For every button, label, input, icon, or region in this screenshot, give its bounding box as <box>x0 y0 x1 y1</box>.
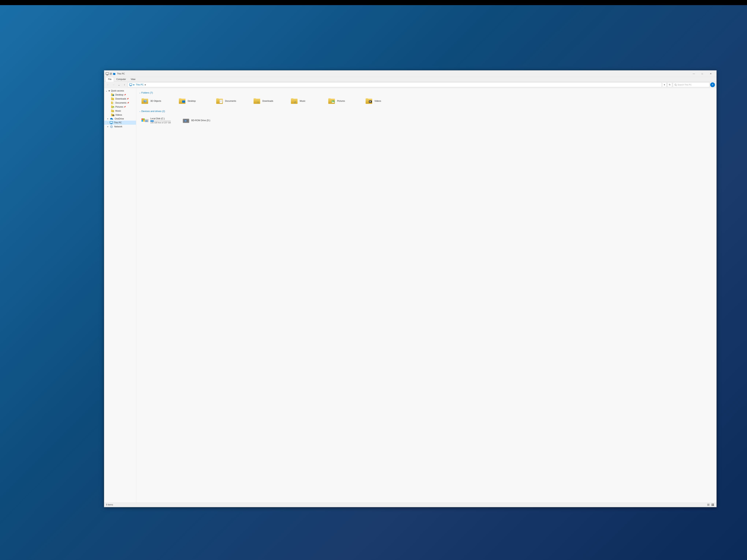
folder-music-name: Music <box>300 100 305 102</box>
folder-desktop-name: Desktop <box>188 100 196 102</box>
drives-section-header[interactable]: ⌄ Devices and drives (2) <box>139 109 714 114</box>
folder-3dobjects-name: 3D Objects <box>150 100 161 102</box>
folder-item-3dobjects[interactable]: 3D Objects <box>139 96 176 107</box>
drive-d-info: BD-ROM Drive (D:) <box>191 119 210 122</box>
sidebar-item-pictures[interactable]: Pictures 📌 <box>104 105 136 109</box>
svg-point-10 <box>675 84 676 85</box>
folder-item-downloads[interactable]: ↓ Downloads <box>251 96 288 107</box>
window-controls: — □ ✕ <box>690 71 715 77</box>
svg-rect-60 <box>145 119 149 122</box>
back-button[interactable]: ← <box>106 83 110 87</box>
folder-documents-name: Documents <box>225 100 236 102</box>
view-details-button[interactable] <box>706 503 710 507</box>
folder-videos-icon-lg <box>365 98 372 105</box>
drive-d-icon: BD <box>182 117 189 124</box>
view-tiles-button[interactable] <box>711 503 715 507</box>
folder-item-music[interactable]: ♪ Music <box>288 96 325 107</box>
sidebar-item-onedrive[interactable]: ► OneDrive <box>104 117 136 121</box>
search-box[interactable]: Search This PC <box>673 82 710 87</box>
sidebar-item-downloads[interactable]: ↓ Downloads 📌 <box>104 97 136 101</box>
tab-view[interactable]: View <box>128 77 138 81</box>
sidebar-item-music[interactable]: ♪ Music <box>104 109 136 113</box>
maximize-button[interactable]: □ <box>698 71 706 77</box>
folders-chevron-icon: ⌄ <box>139 92 140 94</box>
drive-d-svg: BD <box>182 117 190 124</box>
refresh-button[interactable]: ↻ <box>667 82 672 87</box>
sidebar-item-desktop[interactable]: Desktop 📌 <box>104 93 136 97</box>
quick-access-header[interactable]: ⌄ ★ Quick access <box>104 89 136 93</box>
quick-access-expand-icon: ⌄ <box>106 89 107 92</box>
title-bar: This PC — □ ✕ <box>104 71 716 77</box>
svg-rect-70 <box>712 504 713 505</box>
folder-item-documents[interactable]: Documents <box>214 96 251 107</box>
title-bar-icons <box>106 72 115 75</box>
svg-rect-59 <box>143 120 145 122</box>
expand-icon-onedrive: ► <box>107 118 109 120</box>
folder-downloads-icon-lg: ↓ <box>253 98 260 105</box>
folder-documents-info: Documents <box>225 100 236 102</box>
status-bar: 9 items <box>104 503 716 507</box>
svg-text:↓: ↓ <box>257 100 259 104</box>
svg-text:↓: ↓ <box>112 99 113 100</box>
thispc-path-icon <box>129 83 132 86</box>
drive-item-c[interactable]: Local Disk (C:) 196 GB free of 237 GB <box>139 114 179 127</box>
file-explorer-window: This PC — □ ✕ File Computer View ← → ⌄ ↑… <box>104 70 717 507</box>
drive-c-icon <box>141 117 149 124</box>
sidebar-item-network[interactable]: ► Network <box>104 125 136 129</box>
close-button[interactable]: ✕ <box>706 71 715 77</box>
folder-music-icon: ♪ <box>111 109 114 112</box>
sidebar-item-documents[interactable]: Documents 📌 <box>104 101 136 105</box>
folders-section-label: Folders (7) <box>141 91 153 94</box>
thispc-icon <box>110 121 113 124</box>
svg-rect-33 <box>111 113 112 114</box>
up-button[interactable]: ↑ <box>122 83 127 87</box>
help-button[interactable]: ? <box>710 82 715 87</box>
address-path[interactable]: ► This PC ► <box>128 82 662 87</box>
folder-item-videos[interactable]: Videos <box>363 96 400 107</box>
sidebar: ⌄ ★ Quick access Desktop 📌 <box>104 88 136 503</box>
drives-chevron-icon: ⌄ <box>139 110 140 112</box>
drive-item-d[interactable]: BD BD-ROM Drive (D:) <box>180 114 221 127</box>
onedrive-icon <box>110 117 114 120</box>
forward-button[interactable]: → <box>111 83 116 87</box>
svg-rect-45 <box>220 100 222 103</box>
drive-c-info: Local Disk (C:) 196 GB free of 237 GB <box>150 117 171 124</box>
ribbon-tabs: File Computer View <box>104 77 716 82</box>
svg-rect-19 <box>111 101 112 102</box>
minimize-button[interactable]: — <box>690 71 698 77</box>
folder-documents-icon-lg <box>216 98 223 105</box>
folders-section-header[interactable]: ⌄ Folders (7) <box>139 90 714 96</box>
tab-computer[interactable]: Computer <box>114 77 128 81</box>
status-view-controls <box>706 503 715 507</box>
monitor-icon <box>106 72 109 75</box>
folder-videos-svg <box>365 98 372 104</box>
address-dropdown-button[interactable]: ▼ <box>663 82 667 87</box>
folder-pictures-svg <box>328 98 335 104</box>
svg-rect-36 <box>110 121 113 123</box>
sidebar-thispc-label: This PC <box>114 121 122 124</box>
folder-videos-icon <box>111 113 114 116</box>
svg-rect-7 <box>129 84 132 85</box>
folder-item-pictures[interactable]: Pictures <box>326 96 362 107</box>
folder-videos-name: Videos <box>375 100 381 102</box>
drive-c-svg <box>141 117 149 124</box>
quick-access-label: ★ <box>108 89 110 92</box>
path-thispc: ► <box>133 83 135 86</box>
svg-rect-71 <box>713 504 714 505</box>
folder-item-desktop[interactable]: Desktop <box>177 96 213 107</box>
expand-icon-network: ► <box>107 126 109 128</box>
svg-rect-72 <box>712 505 713 506</box>
window-title-label: This PC <box>117 73 690 75</box>
recent-locations-button[interactable]: ⌄ <box>117 83 121 87</box>
folder-downloads-icon: ↓ <box>111 97 114 100</box>
sidebar-item-thispc[interactable]: ⌄ This PC <box>104 121 136 125</box>
folder-desktop-icon <box>111 93 114 96</box>
folder-icon-title <box>113 73 115 75</box>
sidebar-videos-label: Videos <box>115 114 122 116</box>
sidebar-desktop-label: Desktop <box>115 94 123 96</box>
tab-file[interactable]: File <box>106 77 114 82</box>
folder-desktop-svg <box>179 98 186 104</box>
sidebar-item-videos[interactable]: Videos <box>104 113 136 117</box>
svg-text:♪: ♪ <box>112 110 114 112</box>
svg-rect-56 <box>141 118 143 120</box>
